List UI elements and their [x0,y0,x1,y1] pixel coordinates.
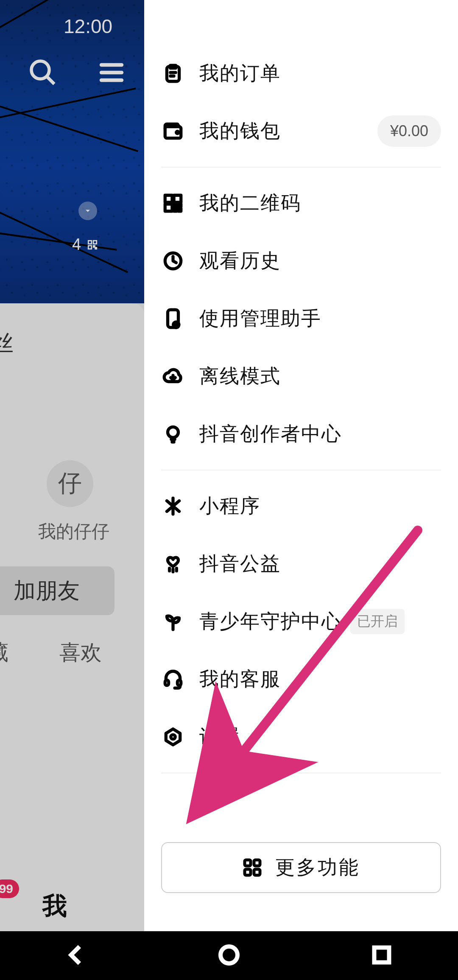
messages-badge: 99 [0,879,19,898]
menu-label: 小程序 [199,493,260,519]
menu-label: 我的客服 [199,666,281,692]
mini-avatar[interactable]: 仔 [47,460,93,507]
add-friend-button[interactable]: 加朋友 [0,566,114,615]
svg-rect-42 [374,947,389,962]
svg-rect-36 [245,860,251,866]
wallet-amount: ¥0.00 [377,115,441,147]
divider [161,773,441,773]
svg-point-41 [221,946,237,963]
svg-rect-17 [165,204,172,211]
menu-label: 观看历史 [199,248,281,274]
menu-usage-assistant[interactable]: 使用管理助手 [161,290,441,347]
tab-collect[interactable]: 藏 [0,638,8,667]
lightbulb-icon [161,422,185,446]
chevron-down-icon[interactable] [78,202,97,220]
svg-rect-5 [88,241,92,244]
phone-check-icon [161,307,185,330]
menu-qrcode[interactable]: 我的二维码 [161,174,441,232]
menu-creator-center[interactable]: 抖音创作者中心 [161,405,441,463]
gear-icon [161,725,185,749]
more-features-button[interactable]: 更多功能 [161,842,441,893]
youth-enabled-tag: 已开启 [350,609,405,634]
svg-rect-37 [254,860,260,866]
svg-rect-6 [93,241,97,244]
svg-rect-7 [88,246,92,249]
svg-rect-32 [165,680,168,686]
svg-rect-39 [254,869,260,875]
menu-label: 我的二维码 [199,190,301,216]
cloud-download-icon [161,364,185,388]
fans-label-partial: 丝 [0,329,14,358]
nav-me[interactable]: 我 [42,890,67,923]
profile-card: 丝 仔 我的仔仔 加朋友 藏 喜欢 息 99 我 [0,303,144,931]
mini-avatar-label: 我的仔仔 [38,520,109,543]
spark-icon [161,494,185,518]
svg-marker-34 [166,729,180,745]
menu-customer-service[interactable]: 我的客服 [161,650,441,708]
tab-like[interactable]: 喜欢 [59,638,102,667]
nav-home-icon[interactable] [216,942,242,969]
menu-label: 设置 [199,724,240,750]
sprout-icon [161,610,185,633]
side-drawer: 我的订单 我的钱包 ¥0.00 我的二维码 观看历史 [144,0,458,931]
divider [161,470,441,470]
menu-label: 抖音创作者中心 [199,421,342,447]
status-time: 12:00 [64,15,112,38]
clipboard-icon [161,62,185,85]
clock-icon [161,249,185,273]
grid-icon [242,857,263,878]
cover-image [0,0,144,303]
svg-rect-16 [174,195,181,202]
svg-rect-18 [174,204,176,207]
menu-orders[interactable]: 我的订单 [161,45,441,102]
svg-rect-9 [95,247,97,249]
menu-label: 抖音公益 [199,551,281,577]
menu-label: 青少年守护中心 [199,608,342,635]
svg-rect-15 [165,195,172,202]
menu-label: 使用管理助手 [199,305,321,332]
svg-point-14 [176,131,179,133]
menu-icon[interactable] [96,57,127,90]
menu-youth-protection[interactable]: 青少年守护中心 已开启 [161,593,441,650]
svg-rect-19 [179,204,181,207]
nav-recents-icon[interactable] [369,942,394,969]
menu-settings[interactable]: 设置 [161,708,441,766]
menu-offline[interactable]: 离线模式 [161,347,441,405]
svg-point-0 [31,61,49,79]
more-label: 更多功能 [275,854,360,881]
nav-back-icon[interactable] [64,942,89,969]
profile-code-partial: 4 [72,235,98,254]
qrcode-icon [161,191,185,215]
menu-history[interactable]: 观看历史 [161,232,441,290]
menu-wallet[interactable]: 我的钱包 ¥0.00 [161,102,441,160]
menu-label: 我的钱包 [199,118,281,144]
divider [161,167,441,168]
profile-underlay: 12:00 4 丝 仔 我的仔仔 加朋友 藏 喜欢 息 99 我 [0,0,144,931]
heart-rain-icon [161,552,185,576]
menu-label: 我的订单 [199,60,281,87]
svg-rect-8 [93,246,95,247]
menu-charity[interactable]: 抖音公益 [161,535,441,593]
svg-point-25 [168,427,179,437]
menu-label: 离线模式 [199,363,281,389]
svg-point-35 [171,735,175,739]
svg-rect-21 [179,209,181,211]
headset-icon [161,667,185,691]
search-icon[interactable] [28,57,58,90]
menu-miniapp[interactable]: 小程序 [161,477,441,535]
svg-line-1 [47,76,54,84]
wallet-icon [161,119,185,143]
svg-rect-20 [174,209,176,211]
system-nav-bar [0,931,458,980]
svg-rect-38 [245,869,251,875]
